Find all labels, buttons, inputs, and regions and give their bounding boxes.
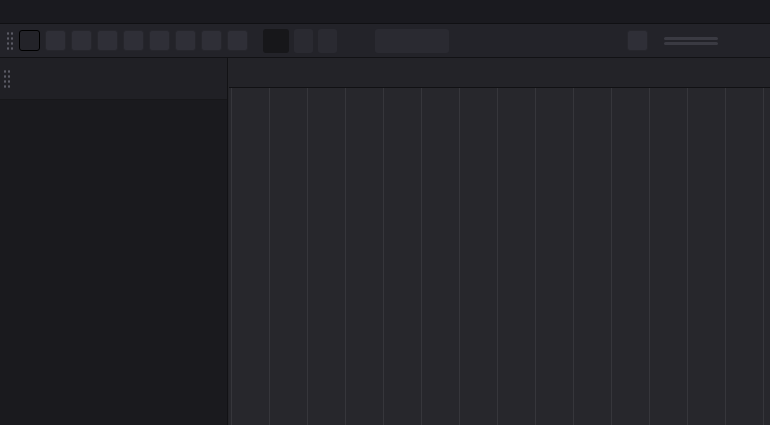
time-display[interactable] xyxy=(263,29,289,53)
go-to-end-button[interactable] xyxy=(123,30,144,51)
time-signature-control[interactable] xyxy=(318,29,337,53)
drag-handle[interactable] xyxy=(3,69,11,89)
zoom-out-button[interactable] xyxy=(227,30,248,51)
snap-toggle[interactable] xyxy=(353,35,370,47)
meter-right xyxy=(664,42,718,45)
transport-output-group xyxy=(627,30,718,51)
timeline-ruler[interactable] xyxy=(229,58,770,88)
main-area xyxy=(0,58,770,425)
app-window xyxy=(0,0,770,425)
main-tabs xyxy=(0,0,6,23)
stop-button[interactable] xyxy=(45,30,66,51)
tempo-control[interactable] xyxy=(294,29,313,53)
drag-handle[interactable] xyxy=(6,31,14,50)
snap-checkbox[interactable] xyxy=(358,35,370,47)
record-button[interactable] xyxy=(71,30,92,51)
mic-input-button[interactable] xyxy=(627,30,648,51)
grid-resolution-dropdown[interactable] xyxy=(375,29,449,53)
topbar xyxy=(0,0,770,24)
track-list xyxy=(0,100,227,425)
meter-left xyxy=(664,37,718,40)
automation-button[interactable] xyxy=(175,30,196,51)
go-to-start-button[interactable] xyxy=(97,30,118,51)
timeline xyxy=(229,58,770,425)
output-level-meter[interactable] xyxy=(664,37,718,45)
track-panel xyxy=(0,58,228,425)
timeline-lanes xyxy=(229,88,770,425)
transport-bar xyxy=(0,24,770,58)
pause-button[interactable] xyxy=(19,30,40,51)
add-track-row xyxy=(0,58,227,100)
zoom-in-button[interactable] xyxy=(201,30,222,51)
loop-button[interactable] xyxy=(149,30,170,51)
